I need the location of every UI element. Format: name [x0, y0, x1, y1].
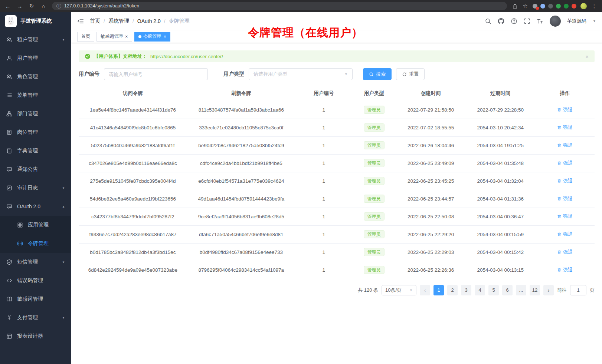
share-icon[interactable]	[512, 3, 518, 9]
pager-prev-button[interactable]: ‹	[420, 285, 430, 295]
sidebar-item-dict[interactable]: 字典管理	[0, 142, 71, 160]
user-id-input[interactable]	[104, 68, 208, 80]
refresh-token-cell: 8796295f04064c2983414cc54af1097a	[187, 261, 295, 279]
reset-button[interactable]: 重置	[396, 68, 425, 80]
extension-icon[interactable]	[572, 4, 576, 9]
site-info-icon[interactable]: i	[56, 4, 61, 9]
post-icon	[6, 129, 12, 135]
force-logout-button[interactable]: 强退	[557, 106, 573, 113]
breadcrumb-item[interactable]: 首页	[90, 18, 100, 24]
sidebar-item-sensitive-word[interactable]: 敏感词管理	[0, 290, 71, 308]
breadcrumb-item[interactable]: 系统管理	[108, 18, 129, 24]
sidebar-item-error-code[interactable]: 错误码管理	[0, 271, 71, 290]
breadcrumb-item[interactable]: OAuth 2.0	[137, 18, 161, 24]
alert-close-icon[interactable]: ×	[585, 53, 589, 60]
user-name[interactable]: 芋道源码	[567, 18, 586, 24]
help-icon[interactable]	[511, 18, 517, 24]
reload-icon[interactable]: ↻	[28, 3, 35, 9]
search-icon[interactable]	[485, 18, 491, 24]
extension-icon[interactable]	[540, 4, 545, 9]
trash-icon	[557, 196, 562, 201]
breadcrumb-separator: /	[132, 18, 134, 24]
address-bar[interactable]: i 127.0.0.1:1024/system/oauth2/token	[52, 2, 507, 10]
extension-icon[interactable]	[548, 4, 553, 9]
page-size-select[interactable]: 10条/页 ▼	[382, 285, 416, 295]
sidebar-item-oauth2[interactable]: OAuth 2.0 ▲	[0, 197, 71, 216]
trash-icon	[557, 214, 562, 219]
page-button-2[interactable]: 2	[447, 285, 458, 295]
tab-close-icon[interactable]: ×	[164, 34, 167, 39]
sidebar-item-sms[interactable]: 短信管理 ▼	[0, 253, 71, 271]
sidebar-item-role[interactable]: 角色管理	[0, 67, 71, 86]
profile-avatar[interactable]	[580, 3, 587, 9]
extension-icon[interactable]	[564, 4, 569, 9]
user-id-cell: 1	[295, 172, 352, 190]
doc-alert: 【用户体系】文档地址： https://doc.iocoder.cn/user-…	[79, 50, 595, 62]
create-time-cell: 2022-06-25 22:50:08	[396, 208, 466, 225]
page-button-3[interactable]: 3	[461, 285, 471, 295]
user-type-tag: 管理员	[364, 195, 385, 203]
sidebar-collapse-icon[interactable]	[77, 18, 84, 24]
tab-home[interactable]: 首页	[77, 32, 94, 42]
sidebar-item-label: 支付管理	[17, 314, 38, 321]
sidebar-item-tenant[interactable]: 租户管理 ▼	[0, 30, 71, 49]
extension-icon[interactable]	[556, 4, 561, 9]
user-type-cell: 管理员	[352, 208, 396, 225]
force-logout-button[interactable]: 强退	[557, 249, 573, 255]
home-icon[interactable]: ⌂	[40, 3, 47, 9]
log-icon	[6, 185, 12, 191]
github-icon[interactable]	[498, 18, 504, 24]
forward-icon[interactable]: →	[16, 3, 23, 9]
sidebar-item-notice[interactable]: 通知公告	[0, 160, 71, 179]
sidebar-item-post[interactable]: 岗位管理	[0, 123, 71, 142]
sidebar-item-pay[interactable]: 支付管理 ▼	[0, 308, 71, 327]
token-icon	[17, 241, 23, 246]
force-logout-button[interactable]: 强退	[557, 160, 573, 166]
sidebar-item-user[interactable]: 用户管理	[0, 49, 71, 67]
user-type-tag: 管理员	[364, 230, 385, 239]
user-type-select[interactable]: 请选择用户类型 ▼	[249, 68, 353, 80]
page-button-6[interactable]: 6	[502, 285, 513, 295]
app-logo-row[interactable]: 芋道管理系统	[0, 12, 71, 30]
sidebar-item-menu[interactable]: 菜单管理	[0, 86, 71, 105]
sidebar-item-report[interactable]: 报表设计器	[0, 327, 71, 345]
page-button-12[interactable]: 12	[530, 285, 540, 295]
sidebar-item-token[interactable]: 令牌管理	[0, 234, 71, 253]
font-size-icon[interactable]	[537, 18, 543, 24]
force-logout-button[interactable]: 强退	[557, 178, 573, 184]
force-logout-button[interactable]: 强退	[557, 231, 573, 238]
page-button-5[interactable]: 5	[488, 285, 499, 295]
page-button-1[interactable]: 1	[433, 285, 444, 295]
user-type-tag: 管理员	[364, 248, 385, 257]
force-logout-button[interactable]: 强退	[557, 195, 573, 202]
tab-sensitive-word[interactable]: 敏感词管理 ×	[96, 32, 132, 42]
user-type-tag: 管理员	[364, 123, 385, 132]
tab-close-icon[interactable]: ×	[125, 34, 128, 39]
force-logout-button[interactable]: 强退	[557, 267, 573, 273]
user-menu-caret-icon[interactable]: ▼	[593, 19, 596, 23]
fullscreen-icon[interactable]	[524, 18, 530, 24]
sidebar-item-label: 审计日志	[17, 185, 38, 191]
sidebar-item-app[interactable]: 应用管理	[0, 216, 71, 234]
goto-page-input[interactable]	[570, 285, 586, 295]
back-icon[interactable]: ←	[4, 3, 11, 9]
access-token-cell: 54d6be82ee5a460a9aedc1f9bf223656	[79, 190, 187, 208]
sidebar-item-label: 通知公告	[17, 166, 38, 173]
sidebar-item-audit-log[interactable]: 审计日志 ▼	[0, 179, 71, 197]
force-logout-button[interactable]: 强退	[557, 213, 573, 220]
sidebar: 芋道管理系统 租户管理 ▼ 用户管理 角色管理 菜单管理 部门管理 岗位管理 字…	[0, 12, 71, 364]
alert-doc-link[interactable]: https://doc.iocoder.cn/user-center/	[150, 54, 223, 59]
tab-token[interactable]: 令牌管理 ×	[134, 32, 171, 42]
search-button[interactable]: 搜索	[363, 68, 392, 80]
extension-icon[interactable]	[533, 4, 537, 9]
force-logout-button[interactable]: 强退	[557, 124, 573, 131]
pager-ellipsis[interactable]: ...	[516, 285, 526, 295]
force-logout-button[interactable]: 强退	[557, 142, 573, 149]
overflow-menu-icon[interactable]: ⋮	[591, 3, 598, 9]
sidebar-item-dept[interactable]: 部门管理	[0, 105, 71, 123]
bookmark-star-icon[interactable]: ☆	[522, 3, 529, 9]
page-button-4[interactable]: 4	[475, 285, 485, 295]
pager-next-button[interactable]: ›	[543, 285, 554, 295]
oauth-icon	[6, 203, 12, 209]
user-avatar[interactable]	[550, 16, 561, 27]
